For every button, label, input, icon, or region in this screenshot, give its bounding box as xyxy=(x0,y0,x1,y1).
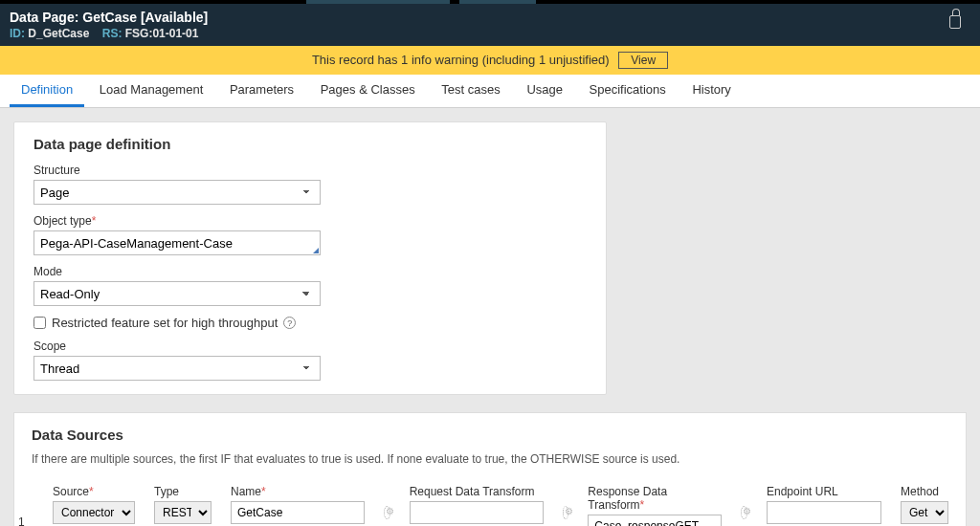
type-label: Type xyxy=(154,485,212,498)
tab-parameters[interactable]: Parameters xyxy=(218,75,305,104)
data-sources-hint: If there are multiple sources, the first… xyxy=(32,452,948,466)
response-dt-input[interactable] xyxy=(588,515,722,526)
structure-select[interactable]: Page xyxy=(33,180,321,205)
view-warnings-button[interactable]: View xyxy=(618,52,668,69)
restricted-label: Restricted feature set for high throughp… xyxy=(52,316,278,330)
tab-load-management[interactable]: Load Management xyxy=(88,75,214,104)
warning-text: This record has 1 info warning (includin… xyxy=(312,53,610,67)
tab-pages-classes[interactable]: Pages & Classes xyxy=(309,75,427,104)
record-status: [Available] xyxy=(141,10,208,25)
mode-label: Mode xyxy=(33,265,587,278)
data-page-definition-panel: Data page definition Structure Page Obje… xyxy=(13,121,607,395)
tab-bar: Definition Load Management Parameters Pa… xyxy=(0,75,980,108)
id-value: D_GetCase xyxy=(28,27,89,40)
lock-icon[interactable] xyxy=(949,15,961,29)
record-name: GetCase xyxy=(82,10,137,25)
scope-select[interactable]: Thread xyxy=(33,356,321,381)
help-icon[interactable]: ? xyxy=(283,317,296,329)
record-type-label: Data Page: xyxy=(10,10,78,25)
rs-value: FSG:01-01-01 xyxy=(125,27,199,40)
data-sources-title: Data Sources xyxy=(32,427,948,443)
source-row: 1 Source Connector Type REST Name FSG-In… xyxy=(32,485,948,526)
tab-specifications[interactable]: Specifications xyxy=(578,75,678,104)
name-label: Name xyxy=(231,485,365,498)
object-type-input[interactable] xyxy=(33,230,321,255)
type-select[interactable]: REST xyxy=(154,501,212,524)
tab-test-cases[interactable]: Test cases xyxy=(430,75,511,104)
structure-label: Structure xyxy=(33,164,587,177)
source-label: Source xyxy=(53,485,135,498)
tab-history[interactable]: History xyxy=(680,75,742,104)
record-header: Data Page: GetCase [Available] ID: D_Get… xyxy=(0,4,980,46)
definition-title: Data page definition xyxy=(33,136,587,152)
gear-icon[interactable] xyxy=(384,506,390,519)
method-label: Method xyxy=(901,485,948,498)
source-select[interactable]: Connector xyxy=(53,501,135,524)
endpoint-url-input[interactable] xyxy=(767,501,881,524)
rs-label: RS: xyxy=(102,27,122,40)
tab-definition[interactable]: Definition xyxy=(10,75,84,107)
object-type-label: Object type xyxy=(33,214,587,228)
method-select[interactable]: Get xyxy=(901,501,948,524)
endpoint-url-label: Endpoint URL xyxy=(767,485,881,498)
request-dt-label: Request Data Transform xyxy=(410,485,544,498)
request-dt-input[interactable] xyxy=(410,501,544,524)
row-number: 1 xyxy=(18,515,25,526)
warning-bar: This record has 1 info warning (includin… xyxy=(0,46,980,75)
response-dt-label: Response Data Transform xyxy=(588,485,722,512)
id-label: ID: xyxy=(10,27,25,40)
name-input[interactable] xyxy=(231,501,365,524)
scope-label: Scope xyxy=(33,340,587,353)
gear-icon[interactable] xyxy=(563,506,569,519)
mode-select[interactable]: Read-Only xyxy=(33,281,321,306)
restricted-checkbox[interactable] xyxy=(33,317,46,329)
gear-icon[interactable] xyxy=(741,506,747,519)
data-sources-panel: Data Sources If there are multiple sourc… xyxy=(13,412,967,526)
tab-usage[interactable]: Usage xyxy=(515,75,574,104)
